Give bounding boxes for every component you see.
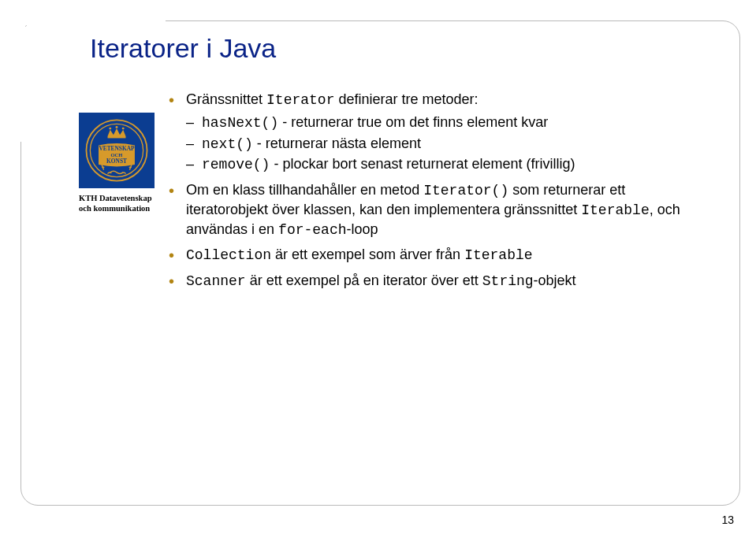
slide-content: Iteratorer i Java <box>79 33 709 298</box>
bullet-1-sub-2: next() - returnerar nästa element <box>186 135 709 154</box>
bullet-1-sub-3: remove() - plockar bort senast returnera… <box>186 155 709 175</box>
svg-point-12 <box>102 166 105 168</box>
logo-caption: KTH Datavetenskap och kommunikation <box>79 193 155 213</box>
svg-text:OCH: OCH <box>111 152 123 158</box>
svg-rect-2 <box>108 136 126 138</box>
bullet-list: Gränssnittet Iterator definierar tre met… <box>169 91 709 298</box>
bullet-1-sub-1: hasNext() - returnerar true om det finns… <box>186 113 709 133</box>
logo-column: VETENSKAP OCH KONST <box>79 113 169 213</box>
logo-caption-line1: KTH Datavetenskap <box>79 194 151 202</box>
page-number: 13 <box>721 514 734 526</box>
corner-notch-side <box>0 0 25 142</box>
svg-point-16 <box>128 166 132 168</box>
slide-title: Iteratorer i Java <box>90 33 709 64</box>
svg-point-4 <box>116 126 118 128</box>
logo-caption-line2: och kommunikation <box>79 204 150 213</box>
bullet-1: Gränssnittet Iterator definierar tre met… <box>169 91 709 175</box>
bullet-3: Collection är ett exempel som ärver från… <box>169 246 709 265</box>
bullet-2: Om en klass tillhandahåller en metod Ite… <box>169 181 709 239</box>
svg-text:KONST: KONST <box>106 158 127 165</box>
kth-crest-icon: VETENSKAP OCH KONST <box>79 113 155 188</box>
svg-point-3 <box>109 128 111 130</box>
svg-point-5 <box>122 128 125 130</box>
bullet-4: Scanner är ett exempel på en iterator öv… <box>169 272 709 291</box>
svg-text:VETENSKAP: VETENSKAP <box>99 145 135 152</box>
